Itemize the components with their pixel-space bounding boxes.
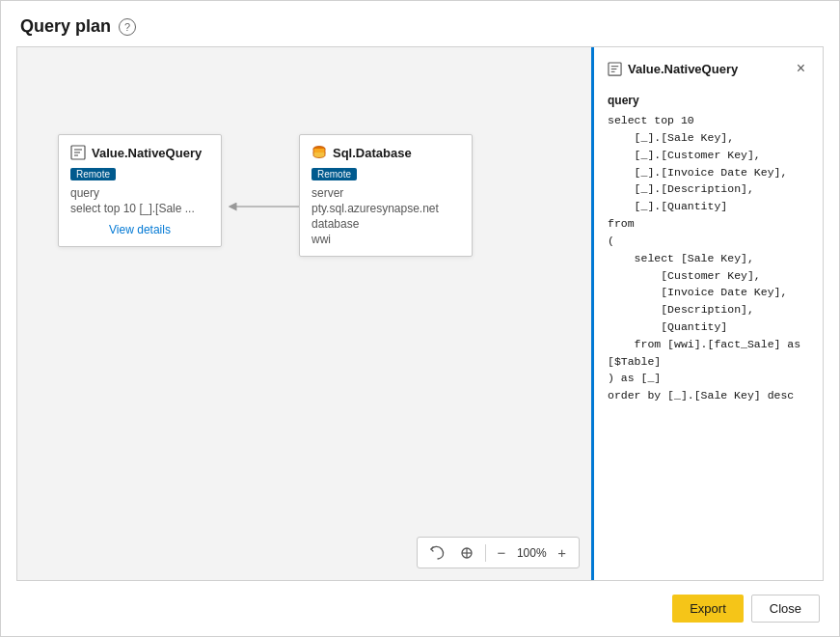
node1-badge: Remote <box>70 168 116 180</box>
export-button[interactable]: Export <box>672 595 744 623</box>
query-plan-dialog: Query plan ? Value.NativeQuery <box>0 0 840 637</box>
view-details-link[interactable]: View details <box>70 223 209 236</box>
canvas-area: Value.NativeQuery Remote query select to… <box>17 47 591 580</box>
connector-arrow <box>225 197 302 216</box>
query-icon <box>70 145 86 160</box>
fit-view-button[interactable] <box>454 542 479 564</box>
node2-field-db-label: database <box>312 217 460 231</box>
zoom-in-button[interactable]: + <box>553 541 571 564</box>
dialog-body: Value.NativeQuery Remote query select to… <box>16 46 824 581</box>
undo-icon <box>430 545 446 561</box>
detail-panel-close-button[interactable]: × <box>793 59 809 78</box>
dialog-title: Query plan <box>20 16 111 37</box>
database-icon <box>312 145 327 160</box>
close-button[interactable]: Close <box>751 595 820 623</box>
dialog-footer: Export Close <box>1 581 839 636</box>
node-value-native-query[interactable]: Value.NativeQuery Remote query select to… <box>58 134 222 247</box>
node2-badge: Remote <box>312 168 357 180</box>
zoom-out-button[interactable]: − <box>492 541 510 564</box>
undo-button[interactable] <box>425 542 450 564</box>
detail-panel-title: Value.NativeQuery <box>608 62 738 76</box>
detail-query-label: query <box>608 92 809 110</box>
canvas-toolbar: − 100% + <box>417 537 580 568</box>
node2-field-server-value: pty.sql.azuresynapse.net <box>312 202 460 215</box>
detail-panel: Value.NativeQuery × query select top 10 … <box>591 47 823 580</box>
toolbar-divider <box>485 544 486 562</box>
node2-title: Sql.Database <box>312 145 460 160</box>
detail-panel-header: Value.NativeQuery × <box>608 59 809 78</box>
node1-title: Value.NativeQuery <box>70 145 209 160</box>
node1-field-query-label: query <box>70 186 209 200</box>
node2-label: Sql.Database <box>333 146 412 160</box>
dialog-header: Query plan ? <box>1 1 839 46</box>
zoom-label: 100% <box>514 546 549 560</box>
node2-field-db-value: wwi <box>312 233 460 246</box>
node1-label: Value.NativeQuery <box>92 146 202 160</box>
detail-panel-content: query select top 10 [_].[Sale Key], [_].… <box>608 88 809 404</box>
fit-icon <box>459 545 474 561</box>
node1-field-query-value: select top 10 [_].[Sale ... <box>70 202 209 215</box>
detail-panel-icon <box>608 62 622 76</box>
node-sql-database[interactable]: Sql.Database Remote server pty.sql.azure… <box>299 134 473 257</box>
detail-query-text: select top 10 [_].[Sale Key], [_].[Custo… <box>608 112 809 404</box>
help-icon[interactable]: ? <box>119 18 136 36</box>
node2-field-server-label: server <box>312 186 460 200</box>
